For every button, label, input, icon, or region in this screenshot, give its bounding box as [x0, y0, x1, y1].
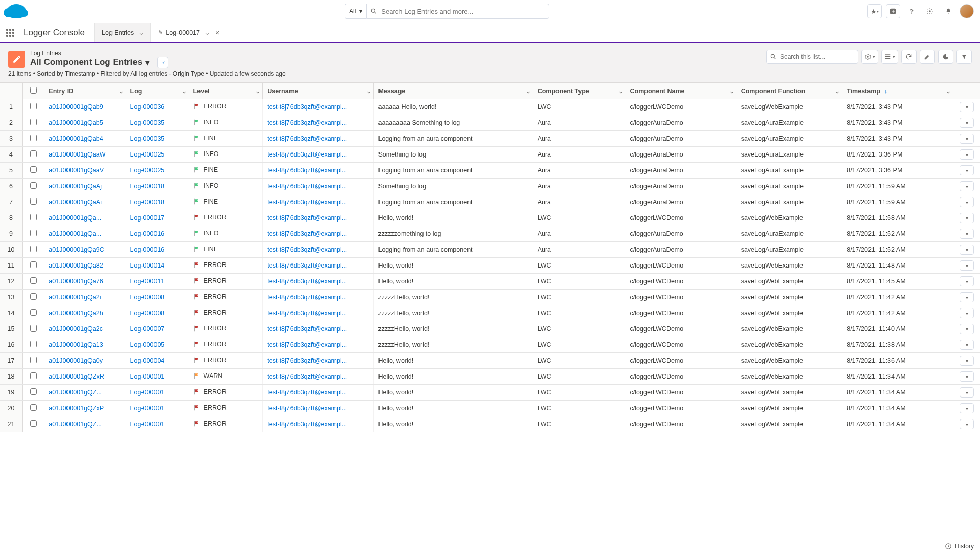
row-select[interactable] [22, 163, 44, 179]
row-checkbox[interactable] [30, 166, 37, 173]
favorites-button[interactable]: ★▾ [867, 4, 882, 18]
filter-button[interactable] [956, 50, 972, 64]
row-checkbox[interactable] [30, 309, 37, 316]
username-link[interactable]: test-t8j76db3qzft@exampl... [267, 357, 347, 364]
list-settings-button[interactable]: ▾ [861, 50, 878, 64]
log-link[interactable]: Log-000025 [130, 167, 165, 174]
entry-id-link[interactable]: a01J000001gQa2i [49, 294, 101, 301]
column-header[interactable]: Component Function⌵ [737, 83, 842, 99]
column-header[interactable]: Component Type⌵ [533, 83, 626, 99]
row-select[interactable] [22, 369, 44, 385]
chevron-down-icon[interactable]: ⌵ [120, 89, 123, 94]
row-select[interactable] [22, 337, 44, 353]
row-select[interactable] [22, 401, 44, 416]
entry-id-link[interactable]: a01J000001gQa2h [49, 310, 103, 317]
entry-id-link[interactable]: a01J000001gQZ... [49, 389, 102, 396]
username-link[interactable]: test-t8j76db3qzft@exampl... [267, 103, 347, 111]
entry-id-link[interactable]: a01J000001gQZxR [49, 373, 104, 380]
row-select[interactable] [22, 353, 44, 369]
log-link[interactable]: Log-000016 [130, 246, 165, 253]
edit-list-button[interactable] [920, 50, 935, 64]
row-actions-button[interactable]: ▾ [960, 102, 974, 112]
log-link[interactable]: Log-000005 [130, 341, 165, 348]
row-actions-button[interactable]: ▾ [960, 197, 974, 207]
entry-id-link[interactable]: a01J000001gQa0y [49, 357, 103, 364]
user-avatar[interactable] [960, 4, 974, 18]
history-button[interactable]: History [955, 543, 974, 550]
row-select[interactable] [22, 99, 44, 115]
chevron-down-icon[interactable]: ⌵ [836, 89, 839, 94]
log-link[interactable]: Log-000008 [130, 294, 165, 301]
list-search-input[interactable] [766, 50, 858, 64]
chevron-down-icon[interactable]: ⌵ [205, 29, 209, 36]
row-checkbox[interactable] [30, 388, 37, 395]
notifications-button[interactable] [941, 4, 955, 18]
row-select[interactable] [22, 274, 44, 290]
row-checkbox[interactable] [30, 372, 37, 379]
nav-tab[interactable]: ✎Log-000017⌵× [151, 23, 227, 42]
column-header[interactable]: Message⌵ [374, 83, 533, 99]
column-header[interactable]: Timestamp ↓⌵ [842, 83, 953, 99]
row-select[interactable] [22, 321, 44, 337]
chevron-down-icon[interactable]: ⌵ [183, 89, 186, 94]
add-button[interactable] [886, 4, 900, 18]
username-link[interactable]: test-t8j76db3qzft@exampl... [267, 310, 347, 317]
row-checkbox[interactable] [30, 404, 37, 411]
row-checkbox[interactable] [30, 103, 37, 109]
entry-id-link[interactable]: a01J000001gQaaV [49, 167, 104, 174]
log-link[interactable]: Log-000014 [130, 262, 165, 269]
log-link[interactable]: Log-000008 [130, 310, 165, 317]
row-actions-button[interactable]: ▾ [960, 308, 974, 318]
username-link[interactable]: test-t8j76db3qzft@exampl... [267, 421, 347, 428]
username-link[interactable]: test-t8j76db3qzft@exampl... [267, 341, 347, 348]
row-actions-button[interactable]: ▾ [960, 149, 974, 160]
entry-id-link[interactable]: a01J000001gQab9 [49, 103, 103, 111]
row-checkbox[interactable] [30, 119, 37, 125]
row-actions-button[interactable]: ▾ [960, 292, 974, 302]
row-actions-button[interactable]: ▾ [960, 419, 974, 429]
app-launcher-button[interactable] [0, 23, 20, 42]
username-link[interactable]: test-t8j76db3qzft@exampl... [267, 119, 347, 126]
log-link[interactable]: Log-000004 [130, 357, 165, 364]
username-link[interactable]: test-t8j76db3qzft@exampl... [267, 294, 347, 301]
log-link[interactable]: Log-000016 [130, 230, 165, 237]
entry-id-link[interactable]: a01J000001gQa... [49, 214, 101, 222]
row-actions-button[interactable]: ▾ [960, 260, 974, 271]
column-header[interactable]: Username⌵ [263, 83, 374, 99]
username-link[interactable]: test-t8j76db3qzft@exampl... [267, 167, 347, 174]
username-link[interactable]: test-t8j76db3qzft@exampl... [267, 325, 347, 333]
row-actions-button[interactable]: ▾ [960, 276, 974, 286]
row-checkbox[interactable] [30, 214, 37, 220]
select-all-checkbox[interactable] [30, 87, 37, 94]
chevron-down-icon[interactable]: ⌵ [947, 89, 950, 94]
row-checkbox[interactable] [30, 325, 37, 332]
row-checkbox[interactable] [30, 277, 37, 284]
global-search-input[interactable] [366, 4, 549, 19]
row-actions-button[interactable]: ▾ [960, 324, 974, 334]
column-header[interactable]: Log⌵ [126, 83, 189, 99]
salesforce-logo[interactable] [6, 4, 27, 18]
entry-id-link[interactable]: a01J000001gQa13 [49, 341, 103, 348]
row-actions-button[interactable]: ▾ [960, 387, 974, 398]
row-actions-button[interactable]: ▾ [960, 134, 974, 144]
row-checkbox[interactable] [30, 198, 37, 205]
log-link[interactable]: Log-000036 [130, 103, 165, 111]
refresh-button[interactable] [901, 50, 917, 64]
row-actions-button[interactable]: ▾ [960, 165, 974, 175]
log-link[interactable]: Log-000018 [130, 198, 165, 206]
row-checkbox[interactable] [30, 230, 37, 236]
list-view-picker[interactable]: All Component Log Entries ▾ [30, 57, 168, 68]
help-button[interactable]: ? [904, 4, 919, 18]
row-select[interactable] [22, 210, 44, 226]
nav-tab[interactable]: Log Entries⌵ [94, 23, 151, 42]
column-header[interactable]: Component Name⌵ [626, 83, 737, 99]
entry-id-link[interactable]: a01J000001gQa... [49, 230, 101, 237]
row-checkbox[interactable] [30, 293, 37, 300]
chart-button[interactable] [938, 50, 953, 64]
row-select[interactable] [22, 131, 44, 147]
row-select[interactable] [22, 147, 44, 163]
search-scope-dropdown[interactable]: All ▾ [345, 4, 366, 19]
row-select[interactable] [22, 179, 44, 194]
row-select[interactable] [22, 258, 44, 274]
chevron-down-icon[interactable]: ⌵ [139, 29, 143, 36]
